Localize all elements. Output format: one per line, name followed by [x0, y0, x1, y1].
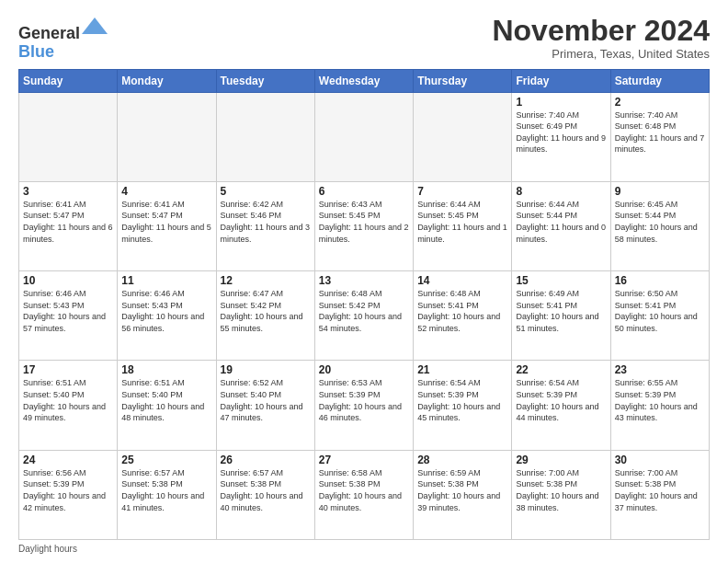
day-number: 19 — [221, 363, 311, 376]
day-info: Sunrise: 6:48 AM Sunset: 5:42 PM Dayligh… — [319, 288, 409, 334]
day-number: 24 — [23, 454, 113, 466]
calendar-cell: 2Sunrise: 7:40 AM Sunset: 6:48 PM Daylig… — [610, 92, 709, 181]
day-info: Sunrise: 6:46 AM Sunset: 5:43 PM Dayligh… — [121, 288, 211, 334]
calendar-cell: 20Sunrise: 6:53 AM Sunset: 5:39 PM Dayli… — [314, 361, 413, 450]
day-number: 27 — [319, 454, 409, 466]
weekday-header-row: SundayMondayTuesdayWednesdayThursdayFrid… — [19, 69, 710, 92]
svg-marker-0 — [82, 17, 108, 34]
day-number: 18 — [121, 363, 211, 376]
day-info: Sunrise: 6:54 AM Sunset: 5:39 PM Dayligh… — [516, 377, 606, 423]
day-info: Sunrise: 6:52 AM Sunset: 5:40 PM Dayligh… — [221, 377, 311, 423]
day-number: 15 — [516, 274, 606, 287]
calendar-cell: 9Sunrise: 6:45 AM Sunset: 5:44 PM Daylig… — [610, 181, 709, 270]
day-number: 17 — [23, 363, 113, 376]
title-block: November 2024 Primera, Texas, United Sta… — [492, 15, 710, 61]
calendar-cell: 23Sunrise: 6:55 AM Sunset: 5:39 PM Dayli… — [610, 361, 709, 450]
day-info: Sunrise: 6:58 AM Sunset: 5:38 PM Dayligh… — [319, 467, 409, 513]
day-number: 5 — [221, 185, 311, 198]
day-number: 23 — [615, 363, 705, 376]
week-row-4: 24Sunrise: 6:56 AM Sunset: 5:39 PM Dayli… — [19, 450, 710, 539]
day-number: 30 — [615, 454, 705, 466]
day-info: Sunrise: 6:49 AM Sunset: 5:41 PM Dayligh… — [516, 288, 606, 334]
calendar-cell: 15Sunrise: 6:49 AM Sunset: 5:41 PM Dayli… — [512, 271, 610, 361]
calendar-cell: 10Sunrise: 6:46 AM Sunset: 5:43 PM Dayli… — [19, 271, 118, 361]
calendar-cell — [314, 92, 413, 181]
day-number: 12 — [221, 274, 311, 287]
calendar-cell — [216, 92, 314, 181]
week-row-2: 10Sunrise: 6:46 AM Sunset: 5:43 PM Dayli… — [19, 271, 710, 361]
day-number: 14 — [417, 274, 507, 287]
day-number: 13 — [319, 274, 409, 287]
day-number: 8 — [516, 185, 606, 198]
day-info: Sunrise: 7:40 AM Sunset: 6:48 PM Dayligh… — [615, 109, 705, 155]
calendar-cell: 18Sunrise: 6:51 AM Sunset: 5:40 PM Dayli… — [118, 361, 216, 450]
calendar-cell: 1Sunrise: 7:40 AM Sunset: 6:49 PM Daylig… — [512, 92, 610, 181]
day-info: Sunrise: 6:45 AM Sunset: 5:44 PM Dayligh… — [615, 199, 705, 245]
logo: General Blue — [18, 18, 108, 62]
calendar-cell: 30Sunrise: 7:00 AM Sunset: 5:38 PM Dayli… — [610, 450, 709, 539]
day-number: 29 — [516, 454, 606, 466]
day-number: 7 — [417, 185, 507, 198]
page: General Blue November 2024 Primera, Texa… — [0, 0, 728, 563]
day-number: 22 — [516, 363, 606, 376]
day-info: Sunrise: 7:40 AM Sunset: 6:49 PM Dayligh… — [516, 109, 606, 155]
day-info: Sunrise: 6:41 AM Sunset: 5:47 PM Dayligh… — [121, 199, 211, 245]
day-info: Sunrise: 6:44 AM Sunset: 5:45 PM Dayligh… — [417, 199, 507, 245]
weekday-header-monday: Monday — [118, 69, 216, 92]
day-info: Sunrise: 6:51 AM Sunset: 5:40 PM Dayligh… — [23, 377, 113, 423]
day-info: Sunrise: 6:41 AM Sunset: 5:47 PM Dayligh… — [23, 199, 113, 245]
day-number: 6 — [319, 185, 409, 198]
calendar-cell — [19, 92, 118, 181]
calendar-cell: 7Sunrise: 6:44 AM Sunset: 5:45 PM Daylig… — [414, 181, 512, 270]
day-number: 25 — [121, 454, 211, 466]
week-row-3: 17Sunrise: 6:51 AM Sunset: 5:40 PM Dayli… — [19, 361, 710, 450]
day-info: Sunrise: 6:47 AM Sunset: 5:42 PM Dayligh… — [221, 288, 311, 334]
day-info: Sunrise: 6:59 AM Sunset: 5:38 PM Dayligh… — [417, 467, 507, 513]
day-number: 21 — [417, 363, 507, 376]
calendar-cell — [118, 92, 216, 181]
calendar-cell: 6Sunrise: 6:43 AM Sunset: 5:45 PM Daylig… — [314, 181, 413, 270]
day-number: 4 — [121, 185, 211, 198]
day-info: Sunrise: 7:00 AM Sunset: 5:38 PM Dayligh… — [615, 467, 705, 513]
day-info: Sunrise: 6:57 AM Sunset: 5:38 PM Dayligh… — [121, 467, 211, 513]
calendar-cell: 26Sunrise: 6:57 AM Sunset: 5:38 PM Dayli… — [216, 450, 314, 539]
calendar-cell: 3Sunrise: 6:41 AM Sunset: 5:47 PM Daylig… — [19, 181, 118, 270]
day-number: 20 — [319, 363, 409, 376]
calendar-cell: 16Sunrise: 6:50 AM Sunset: 5:41 PM Dayli… — [610, 271, 709, 361]
calendar-cell: 5Sunrise: 6:42 AM Sunset: 5:46 PM Daylig… — [216, 181, 314, 270]
header: General Blue November 2024 Primera, Texa… — [18, 15, 710, 62]
calendar-cell: 27Sunrise: 6:58 AM Sunset: 5:38 PM Dayli… — [314, 450, 413, 539]
logo-text2: Blue — [18, 43, 108, 62]
footer-note: Daylight hours — [18, 544, 710, 554]
day-info: Sunrise: 6:44 AM Sunset: 5:44 PM Dayligh… — [516, 199, 606, 245]
week-row-1: 3Sunrise: 6:41 AM Sunset: 5:47 PM Daylig… — [19, 181, 710, 270]
day-number: 9 — [615, 185, 705, 198]
day-info: Sunrise: 6:55 AM Sunset: 5:39 PM Dayligh… — [615, 377, 705, 423]
weekday-header-sunday: Sunday — [19, 69, 118, 92]
weekday-header-thursday: Thursday — [414, 69, 512, 92]
calendar-cell: 22Sunrise: 6:54 AM Sunset: 5:39 PM Dayli… — [512, 361, 610, 450]
day-number: 2 — [615, 96, 705, 109]
calendar-cell: 11Sunrise: 6:46 AM Sunset: 5:43 PM Dayli… — [118, 271, 216, 361]
calendar-cell: 29Sunrise: 7:00 AM Sunset: 5:38 PM Dayli… — [512, 450, 610, 539]
day-number: 16 — [615, 274, 705, 287]
calendar-cell: 12Sunrise: 6:47 AM Sunset: 5:42 PM Dayli… — [216, 271, 314, 361]
day-number: 3 — [23, 185, 113, 198]
day-number: 1 — [516, 96, 606, 109]
calendar-cell: 14Sunrise: 6:48 AM Sunset: 5:41 PM Dayli… — [414, 271, 512, 361]
day-info: Sunrise: 6:48 AM Sunset: 5:41 PM Dayligh… — [417, 288, 507, 334]
weekday-header-wednesday: Wednesday — [314, 69, 413, 92]
weekday-header-saturday: Saturday — [610, 69, 709, 92]
calendar-cell: 13Sunrise: 6:48 AM Sunset: 5:42 PM Dayli… — [314, 271, 413, 361]
week-row-0: 1Sunrise: 7:40 AM Sunset: 6:49 PM Daylig… — [19, 92, 710, 181]
day-info: Sunrise: 6:53 AM Sunset: 5:39 PM Dayligh… — [319, 377, 409, 423]
calendar-cell: 4Sunrise: 6:41 AM Sunset: 5:47 PM Daylig… — [118, 181, 216, 270]
calendar-cell: 25Sunrise: 6:57 AM Sunset: 5:38 PM Dayli… — [118, 450, 216, 539]
day-number: 26 — [221, 454, 311, 466]
day-info: Sunrise: 6:51 AM Sunset: 5:40 PM Dayligh… — [121, 377, 211, 423]
day-number: 11 — [121, 274, 211, 287]
day-info: Sunrise: 6:56 AM Sunset: 5:39 PM Dayligh… — [23, 467, 113, 513]
day-info: Sunrise: 6:42 AM Sunset: 5:46 PM Dayligh… — [221, 199, 311, 245]
day-info: Sunrise: 7:00 AM Sunset: 5:38 PM Dayligh… — [516, 467, 606, 513]
day-info: Sunrise: 6:54 AM Sunset: 5:39 PM Dayligh… — [417, 377, 507, 423]
